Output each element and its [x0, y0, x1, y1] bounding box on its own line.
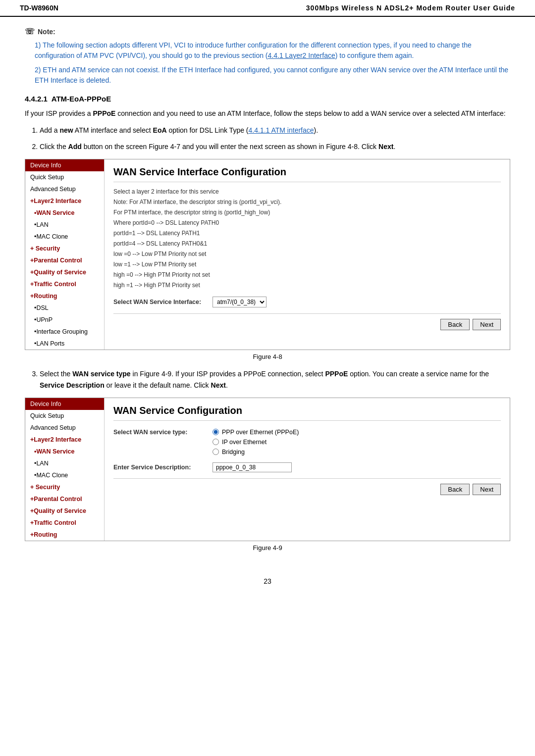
sidebar-item-device-info[interactable]: Device Info	[25, 159, 104, 171]
wan-type-radio-group: PPP over Ethernet (PPPoE) IP over Ethern…	[213, 429, 299, 455]
step3-list: Select the WAN service type in Figure 4-…	[40, 368, 510, 391]
info-line-9: high =0 --> High PTM Priority not set	[113, 270, 501, 279]
service-desc-input[interactable]	[213, 462, 292, 472]
radio-bridging-input[interactable]	[213, 449, 219, 455]
radio-ip-input[interactable]	[213, 439, 219, 445]
sidebar-item-quick-setup[interactable]: Quick Setup	[25, 171, 104, 183]
intro-paragraph: If your ISP provides a PPPoE connection …	[25, 108, 510, 119]
main-content: ☏ Note: 1) The following section adopts …	[0, 17, 535, 569]
figure8-caption: Figure 4-8	[25, 353, 510, 360]
fig9-sidebar-wan-service[interactable]: •WAN Service	[25, 446, 104, 457]
sidebar-item-routing[interactable]: +Routing	[25, 290, 104, 302]
sidebar-item-interface-grouping[interactable]: •Interface Grouping	[25, 326, 104, 338]
figure-8-ui: Device Info Quick Setup Advanced Setup +…	[25, 159, 510, 350]
radio-pppoe[interactable]: PPP over Ethernet (PPPoE)	[213, 429, 299, 436]
fig9-sidebar-layer2[interactable]: +Layer2 Interface	[25, 434, 104, 446]
sidebar-item-mac-clone[interactable]: •MAC Clone	[25, 231, 104, 243]
info-line-4: Where portId=0 --> DSL Latency PATH0	[113, 218, 501, 227]
note-item-1: 1) The following section adopts differen…	[35, 40, 510, 61]
figure9-sidebar: Device Info Quick Setup Advanced Setup +…	[25, 398, 105, 541]
fig9-sidebar-qos[interactable]: +Quality of Service	[25, 505, 104, 517]
sidebar-item-wan-service[interactable]: •WAN Service	[25, 207, 104, 219]
section-heading: 4.4.2.1 ATM-EoA-PPPoE	[25, 95, 510, 103]
sidebar-item-lan-ports[interactable]: •LAN Ports	[25, 338, 104, 350]
sidebar-item-upnp[interactable]: •UPnP	[25, 314, 104, 326]
wan-interface-label: Select WAN Service Interface:	[113, 299, 213, 305]
figure8-button-row: Back Next	[113, 313, 501, 330]
info-line-6: portId=4 --> DSL Latency PATH0&1	[113, 239, 501, 248]
note-label: ☏ Note:	[25, 27, 510, 36]
sidebar-item-security[interactable]: + Security	[25, 243, 104, 254]
page-title: 300Mbps Wireless N ADSL2+ Modem Router U…	[306, 4, 515, 12]
info-line-8: low =1 --> Low PTM Priority set	[113, 260, 501, 269]
figure8-next-button[interactable]: Next	[473, 319, 501, 330]
info-line-5: portId=1 --> DSL Latency PATH1	[113, 229, 501, 238]
atm-interface-link[interactable]: 4.4.1.1 ATM interface	[249, 126, 314, 134]
figure9-panel-title: WAN Service Configuration	[113, 405, 501, 421]
figure8-main-panel: WAN Service Interface Configuration Sele…	[105, 159, 510, 350]
service-desc-label: Enter Service Description:	[113, 464, 213, 471]
figure9-wan-type-row: Select WAN service type: PPP over Ethern…	[113, 429, 501, 455]
fig9-sidebar-device-info[interactable]: Device Info	[25, 398, 104, 410]
info-line-3: For PTM interface, the descriptor string…	[113, 208, 501, 217]
step-1: Add a new ATM interface and select EoA o…	[40, 125, 510, 136]
note-item-2: 2) ETH and ATM service can not coexist. …	[35, 65, 510, 86]
page-number: 23	[0, 569, 535, 590]
sidebar-item-dsl[interactable]: •DSL	[25, 302, 104, 314]
steps-list: Add a new ATM interface and select EoA o…	[40, 125, 510, 152]
radio-ip-over-eth[interactable]: IP over Ethernet	[213, 439, 299, 446]
fig9-sidebar-parental[interactable]: +Parental Control	[25, 493, 104, 505]
radio-bridging-label: Bridging	[222, 449, 245, 455]
sidebar-item-parental[interactable]: +Parental Control	[25, 254, 104, 266]
figure9-main-panel: WAN Service Configuration Select WAN ser…	[105, 398, 510, 541]
figure9-next-button[interactable]: Next	[473, 484, 501, 495]
radio-ip-label: IP over Ethernet	[222, 439, 267, 446]
info-line-2: Note: For ATM interface, the descriptor …	[113, 198, 501, 206]
fig9-sidebar-advanced-setup[interactable]: Advanced Setup	[25, 422, 104, 434]
fig9-sidebar-routing[interactable]: +Routing	[25, 529, 104, 541]
figure9-caption: Figure 4-9	[25, 544, 510, 552]
sidebar-item-lan[interactable]: •LAN	[25, 219, 104, 231]
figure8-back-button[interactable]: Back	[440, 319, 470, 330]
fig9-sidebar-quick-setup[interactable]: Quick Setup	[25, 410, 104, 422]
sidebar-item-qos[interactable]: +Quality of Service	[25, 266, 104, 278]
figure9-button-row: Back Next	[113, 478, 501, 495]
radio-pppoe-label: PPP over Ethernet (PPPoE)	[222, 429, 299, 436]
wan-interface-select[interactable]: atm7/(0_0_38)	[213, 297, 267, 307]
figure9-panel-body: Select WAN service type: PPP over Ethern…	[113, 429, 501, 495]
fig9-sidebar-lan[interactable]: •LAN	[25, 457, 104, 469]
fig9-sidebar-security[interactable]: + Security	[25, 481, 104, 493]
radio-bridging[interactable]: Bridging	[213, 449, 299, 455]
figure8-sidebar: Device Info Quick Setup Advanced Setup +…	[25, 159, 105, 350]
fig9-sidebar-mac-clone[interactable]: •MAC Clone	[25, 469, 104, 481]
note-heading: Note:	[38, 28, 55, 36]
figure9-back-button[interactable]: Back	[440, 484, 470, 495]
step-2: Click the Add button on the screen Figur…	[40, 141, 510, 152]
sidebar-item-advanced-setup[interactable]: Advanced Setup	[25, 183, 104, 195]
radio-pppoe-input[interactable]	[213, 429, 219, 435]
figure-9-ui: Device Info Quick Setup Advanced Setup +…	[25, 398, 510, 541]
figure8-panel-title: WAN Service Interface Configuration	[113, 166, 501, 182]
page-header: TD-W8960N 300Mbps Wireless N ADSL2+ Mode…	[0, 0, 535, 17]
info-line-7: low =0 --> Low PTM Priority not set	[113, 250, 501, 258]
sidebar-item-traffic[interactable]: +Traffic Control	[25, 278, 104, 290]
model-label: TD-W8960N	[20, 4, 58, 12]
figure8-form-row: Select WAN Service Interface: atm7/(0_0_…	[113, 297, 501, 307]
wan-type-label: Select WAN service type:	[113, 429, 213, 436]
step-3: Select the WAN service type in Figure 4-…	[40, 368, 510, 391]
info-line-1: Select a layer 2 interface for this serv…	[113, 187, 501, 196]
layer2-link[interactable]: 4.4.1 Layer2 Interface	[268, 51, 335, 59]
service-desc-row: Enter Service Description:	[113, 462, 501, 472]
fig9-sidebar-traffic[interactable]: +Traffic Control	[25, 517, 104, 529]
figure8-panel-body: Select a layer 2 interface for this serv…	[113, 187, 501, 330]
sidebar-item-layer2[interactable]: +Layer2 Interface	[25, 195, 104, 207]
note-icon: ☏	[25, 27, 35, 36]
note-section: ☏ Note: 1) The following section adopts …	[25, 27, 510, 86]
info-line-10: high =1 --> High PTM Priority set	[113, 281, 501, 290]
